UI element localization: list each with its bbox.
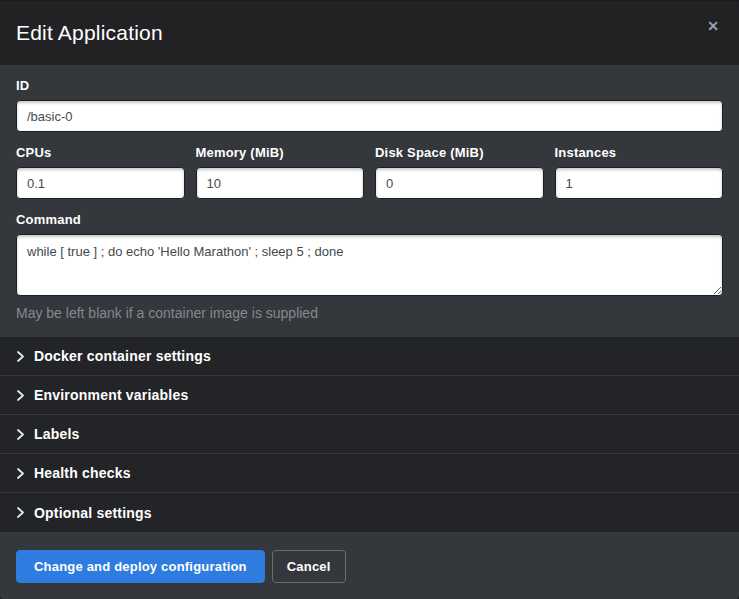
cpus-input[interactable] [16,167,185,199]
change-and-deploy-button[interactable]: Change and deploy configuration [16,550,265,583]
instances-field-group: Instances [555,145,724,199]
id-field-group: ID [16,78,723,132]
section-label: Health checks [34,465,131,481]
command-field-group: Command while [ true ] ; do echo 'Hello … [16,212,723,321]
chevron-right-icon [16,507,25,518]
section-docker-container-settings[interactable]: Docker container settings [0,337,739,376]
cancel-button[interactable]: Cancel [272,550,346,583]
chevron-right-icon [16,351,25,362]
section-environment-variables[interactable]: Environment variables [0,376,739,415]
section-optional-settings[interactable]: Optional settings [0,493,739,532]
instances-label: Instances [555,145,724,160]
modal-footer: Change and deploy configuration Cancel [0,532,739,599]
cpus-field-group: CPUs [16,145,185,199]
form-body: ID CPUs Memory (MiB) Disk Space (MiB) In… [0,65,739,337]
page-title: Edit Application [16,21,163,45]
command-helper-text: May be left blank if a container image i… [16,305,723,321]
resources-row: CPUs Memory (MiB) Disk Space (MiB) Insta… [16,145,723,199]
disk-input[interactable] [375,167,544,199]
edit-application-modal: Edit Application ✕ ID CPUs Memory (MiB) … [0,0,739,599]
cpus-label: CPUs [16,145,185,160]
memory-input[interactable] [196,167,365,199]
section-health-checks[interactable]: Health checks [0,454,739,493]
id-input[interactable] [16,100,723,132]
section-label: Docker container settings [34,348,211,364]
section-labels[interactable]: Labels [0,415,739,454]
chevron-right-icon [16,468,25,479]
command-textarea[interactable]: while [ true ] ; do echo 'Hello Marathon… [16,234,723,296]
chevron-right-icon [16,390,25,401]
memory-label: Memory (MiB) [196,145,365,160]
close-icon[interactable]: ✕ [703,15,723,37]
section-label: Environment variables [34,387,188,403]
memory-field-group: Memory (MiB) [196,145,365,199]
accordion: Docker container settings Environment va… [0,337,739,532]
section-label: Optional settings [34,505,152,521]
disk-label: Disk Space (MiB) [375,145,544,160]
instances-input[interactable] [555,167,724,199]
section-label: Labels [34,426,80,442]
command-label: Command [16,212,723,227]
modal-header: Edit Application ✕ [0,1,739,65]
id-label: ID [16,78,723,93]
disk-field-group: Disk Space (MiB) [375,145,544,199]
chevron-right-icon [16,429,25,440]
